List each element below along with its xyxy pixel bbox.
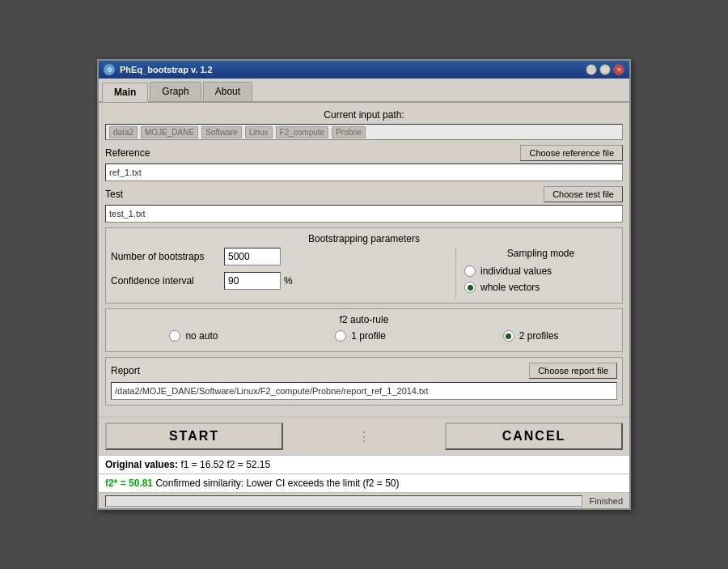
f2-separator-label: f2 = <box>226 459 246 470</box>
sampling-vectors-label: whole vectors <box>480 282 540 293</box>
bootstrap-left: Number of bootstraps Confidence interval… <box>111 248 449 298</box>
close-button[interactable]: ✕ <box>613 64 624 75</box>
num-bootstraps-label: Number of bootstraps <box>111 251 224 262</box>
reference-label-row: Reference Choose reference file <box>105 145 623 161</box>
title-bar-left: ⚙ PhEq_bootstrap v. 1.2 <box>104 64 213 75</box>
test-row: Test Choose test file <box>105 186 623 223</box>
tab-graph[interactable]: Graph <box>150 82 201 101</box>
f2-one-profile-radio[interactable] <box>335 330 346 342</box>
f2-two-profiles-label: 2 profiles <box>519 330 559 342</box>
f2-no-auto-row: no auto <box>169 330 218 342</box>
main-window: ⚙ PhEq_bootstrap v. 1.2 _ □ ✕ Main Graph… <box>97 59 631 510</box>
f2-value: 52.15 <box>246 459 270 470</box>
tab-main[interactable]: Main <box>102 83 148 102</box>
choose-report-button[interactable]: Choose report file <box>529 363 617 379</box>
title-controls: _ □ ✕ <box>586 64 624 75</box>
report-title: Report <box>111 365 140 376</box>
sampling-individual-radio[interactable] <box>464 265 476 277</box>
num-bootstraps-input[interactable] <box>224 248 281 265</box>
f2-no-auto-radio[interactable] <box>169 330 180 342</box>
input-path-row: Current input path: data2 MOJE_DANE Soft… <box>105 109 623 140</box>
sampling-individual-label: individual values <box>480 265 552 277</box>
bootstrapping-box: Bootstrapping parameters Number of boots… <box>105 227 623 304</box>
similarity-message: Confirmed similarity: Lower CI exceeds t… <box>155 478 399 489</box>
f2-two-profiles-radio[interactable] <box>503 330 514 342</box>
tab-about[interactable]: About <box>203 82 252 101</box>
title-bar: ⚙ PhEq_bootstrap v. 1.2 _ □ ✕ <box>99 61 629 79</box>
app-icon: ⚙ <box>104 64 115 75</box>
status-bar-1: Original values: f1 = 16.52 f2 = 52.15 <box>99 455 629 473</box>
report-box: Report Choose report file <box>105 357 623 406</box>
f1-label: f1 = <box>180 459 200 470</box>
progress-bar-track: 0% <box>105 495 582 507</box>
input-path-label: Current input path: <box>105 109 623 121</box>
reference-label: Reference <box>105 147 150 159</box>
report-header: Report Choose report file <box>111 363 617 379</box>
progress-separator: ⋮ <box>286 429 442 444</box>
path-seg-1: data2 <box>109 126 138 138</box>
window-title: PhEq_bootstrap v. 1.2 <box>120 65 213 74</box>
progress-bar-container: 0% Finished <box>99 492 629 508</box>
minimize-button[interactable]: _ <box>586 64 597 75</box>
path-seg-6: Probne <box>332 126 366 138</box>
choose-reference-button[interactable]: Choose reference file <box>520 145 623 161</box>
report-input[interactable] <box>111 382 617 400</box>
reference-row: Reference Choose reference file <box>105 145 623 181</box>
confidence-input[interactable] <box>224 272 281 290</box>
sampling-vectors-radio[interactable] <box>464 282 476 293</box>
f2-star-label: f2* = <box>105 478 129 489</box>
f2-one-profile-label: 1 profile <box>351 330 386 342</box>
path-seg-3: Software <box>201 126 241 138</box>
bootstrap-right: Sampling mode individual values whole ve… <box>455 248 617 298</box>
maximize-button[interactable]: □ <box>599 64 611 75</box>
input-path-field: data2 MOJE_DANE Software Linux F2_comput… <box>105 124 623 140</box>
finished-label: Finished <box>589 496 623 506</box>
bottom-bar: START ⋮ CANCEL <box>99 417 629 455</box>
f2-options: no auto 1 profile 2 profiles <box>111 330 617 346</box>
f2-one-profile-row: 1 profile <box>335 330 386 342</box>
f2-two-profiles-row: 2 profiles <box>503 330 559 342</box>
path-seg-2: MOJE_DANE <box>141 126 198 138</box>
test-label: Test <box>105 189 123 200</box>
confidence-unit: % <box>284 275 293 287</box>
start-button[interactable]: START <box>105 423 283 450</box>
tab-bar: Main Graph About <box>99 79 629 103</box>
confidence-row: Confidence interval % <box>111 272 449 290</box>
path-segments: data2 MOJE_DANE Software Linux F2_comput… <box>109 126 366 138</box>
sampling-individual-row: individual values <box>464 265 617 277</box>
sampling-vectors-row: whole vectors <box>464 282 617 293</box>
cancel-button[interactable]: CANCEL <box>445 423 623 450</box>
original-values-label: Original values: <box>105 459 178 470</box>
test-input[interactable] <box>105 205 623 223</box>
f2-auto-rule-title: f2 auto-rule <box>111 314 617 325</box>
reference-input[interactable] <box>105 163 623 181</box>
f1-value: 16.52 <box>200 459 224 470</box>
path-seg-5: F2_compute <box>276 126 329 138</box>
confidence-label: Confidence interval <box>111 275 224 287</box>
num-bootstraps-row: Number of bootstraps <box>111 248 449 265</box>
progress-label: 0% <box>337 506 350 507</box>
choose-test-button[interactable]: Choose test file <box>544 186 623 202</box>
sampling-title: Sampling mode <box>464 248 617 259</box>
main-content: Current input path: data2 MOJE_DANE Soft… <box>99 103 629 417</box>
bootstrapping-title: Bootstrapping parameters <box>111 233 617 244</box>
path-seg-4: Linux <box>245 126 273 138</box>
bootstrapping-inner: Number of bootstraps Confidence interval… <box>111 248 617 298</box>
f2-no-auto-label: no auto <box>185 330 218 342</box>
test-label-row: Test Choose test file <box>105 186 623 202</box>
f2-auto-rule-box: f2 auto-rule no auto 1 profile 2 profile… <box>105 308 623 352</box>
f2-star-value: 50.81 <box>129 478 153 489</box>
status-bar-2: f2* = 50.81 Confirmed similarity: Lower … <box>99 473 629 492</box>
